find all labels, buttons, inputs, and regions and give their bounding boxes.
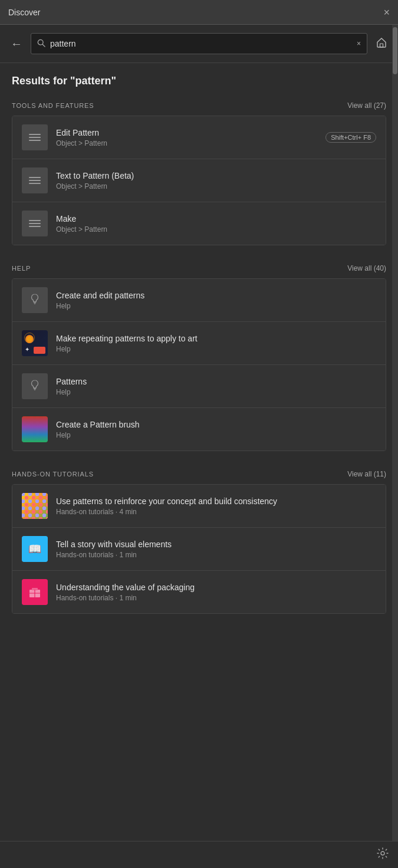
make-repeating-text: Make repeating patterns to apply to art … bbox=[56, 334, 376, 353]
packaging-thumb-image bbox=[22, 579, 48, 605]
pattern-brush-text: Create a Pattern brush Help bbox=[56, 420, 376, 439]
make-repeating-thumbnail: ✦ bbox=[22, 330, 48, 356]
edit-pattern-text: Edit Pattern Object > Pattern bbox=[56, 128, 317, 147]
reinforce-title: Use patterns to reinforce your concept a… bbox=[56, 497, 376, 506]
packaging-text: Understanding the value of packaging Han… bbox=[56, 583, 376, 602]
lines-icon bbox=[29, 220, 41, 227]
list-item[interactable]: Understanding the value of packaging Han… bbox=[12, 571, 386, 613]
tutorials-view-all[interactable]: View all (11) bbox=[347, 470, 386, 478]
text-to-pattern-title: Text to Pattern (Beta) bbox=[56, 171, 376, 180]
tutorials-card-group: Use patterns to reinforce your concept a… bbox=[12, 484, 386, 614]
scrollbar-track[interactable] bbox=[392, 25, 398, 841]
tutorials-section-label: HANDS-ON TUTORIALS bbox=[12, 471, 94, 478]
reinforce-thumbnail bbox=[22, 493, 48, 519]
story-title: Tell a story with visual elements bbox=[56, 540, 376, 549]
search-clear-button[interactable]: × bbox=[357, 40, 361, 48]
pattern-brush-title: Create a Pattern brush bbox=[56, 420, 376, 429]
settings-gear-icon[interactable] bbox=[377, 847, 389, 862]
tools-view-all[interactable]: View all (27) bbox=[347, 101, 386, 110]
tools-section-label: TOOLS AND FEATURES bbox=[12, 102, 94, 109]
text-to-pattern-text: Text to Pattern (Beta) Object > Pattern bbox=[56, 171, 376, 190]
title-bar: Discover × bbox=[0, 0, 398, 25]
text-to-pattern-icon bbox=[22, 167, 48, 193]
packaging-thumbnail bbox=[22, 579, 48, 605]
lines-icon bbox=[29, 134, 41, 141]
bottom-bar bbox=[0, 841, 398, 868]
text-to-pattern-subtitle: Object > Pattern bbox=[56, 182, 376, 190]
lightbulb-icon bbox=[28, 379, 41, 394]
create-edit-patterns-title: Create and edit patterns bbox=[56, 291, 376, 300]
story-text: Tell a story with visual elements Hands-… bbox=[56, 540, 376, 559]
list-item[interactable]: Create and edit patterns Help bbox=[12, 279, 386, 322]
search-area: ← pattern × bbox=[0, 25, 398, 63]
story-thumb-image: 📖 bbox=[22, 536, 48, 562]
back-button[interactable]: ← bbox=[8, 35, 25, 52]
help-card-group: Create and edit patterns Help ✦ Make rep… bbox=[12, 278, 386, 451]
tools-section-header: TOOLS AND FEATURES View all (27) bbox=[12, 101, 386, 110]
main-content: Results for "pattern" TOOLS AND FEATURES… bbox=[0, 63, 398, 668]
edit-pattern-icon bbox=[22, 124, 48, 150]
patterns-text: Patterns Help bbox=[56, 377, 376, 396]
search-value[interactable]: pattern bbox=[50, 39, 352, 48]
create-edit-patterns-icon bbox=[22, 287, 48, 313]
packaging-subtitle: Hands-on tutorials · 1 min bbox=[56, 594, 376, 602]
search-box: pattern × bbox=[31, 33, 367, 54]
reinforce-subtitle: Hands-on tutorials · 4 min bbox=[56, 508, 376, 516]
lightbulb-icon bbox=[28, 292, 41, 308]
list-item[interactable]: Create a Pattern brush Help bbox=[12, 408, 386, 451]
patterns-subtitle: Help bbox=[56, 388, 376, 396]
help-section-header: HELP View all (40) bbox=[12, 264, 386, 272]
svg-rect-2 bbox=[380, 44, 383, 47]
pattern-brush-thumbnail bbox=[22, 416, 48, 442]
scrollbar-thumb[interactable] bbox=[393, 27, 397, 74]
help-section-label: HELP bbox=[12, 265, 31, 272]
story-subtitle: Hands-on tutorials · 1 min bbox=[56, 551, 376, 559]
list-item[interactable]: 📖 Tell a story with visual elements Hand… bbox=[12, 528, 386, 571]
list-item[interactable]: Patterns Help bbox=[12, 365, 386, 408]
make-text: Make Object > Pattern bbox=[56, 214, 376, 234]
search-icon bbox=[37, 39, 45, 49]
list-item[interactable]: Use patterns to reinforce your concept a… bbox=[12, 485, 386, 528]
reinforce-thumb-image bbox=[22, 493, 48, 519]
make-title: Make bbox=[56, 214, 376, 223]
app-title: Discover bbox=[8, 8, 40, 17]
make-subtitle: Object > Pattern bbox=[56, 225, 376, 234]
tutorials-section-header: HANDS-ON TUTORIALS View all (11) bbox=[12, 470, 386, 478]
create-edit-patterns-subtitle: Help bbox=[56, 302, 376, 310]
results-heading: Results for "pattern" bbox=[12, 75, 386, 87]
list-item[interactable]: Edit Pattern Object > Pattern Shift+Ctrl… bbox=[12, 116, 386, 159]
packaging-title: Understanding the value of packaging bbox=[56, 583, 376, 592]
svg-point-13 bbox=[381, 851, 384, 855]
svg-line-1 bbox=[42, 44, 45, 47]
help-view-all[interactable]: View all (40) bbox=[347, 264, 386, 272]
edit-pattern-title: Edit Pattern bbox=[56, 128, 317, 137]
create-edit-patterns-text: Create and edit patterns Help bbox=[56, 291, 376, 310]
list-item[interactable]: ✦ Make repeating patterns to apply to ar… bbox=[12, 322, 386, 365]
brush-thumb-image bbox=[22, 416, 48, 442]
list-item[interactable]: Make Object > Pattern bbox=[12, 202, 386, 245]
reinforce-text: Use patterns to reinforce your concept a… bbox=[56, 497, 376, 516]
tools-card-group: Edit Pattern Object > Pattern Shift+Ctrl… bbox=[12, 116, 386, 245]
lines-icon bbox=[29, 177, 41, 184]
close-button[interactable]: × bbox=[383, 7, 390, 18]
pattern-brush-subtitle: Help bbox=[56, 431, 376, 439]
make-icon bbox=[22, 211, 48, 236]
story-thumbnail: 📖 bbox=[22, 536, 48, 562]
edit-pattern-shortcut: Shift+Ctrl+ F8 bbox=[325, 132, 376, 143]
patterns-icon bbox=[22, 373, 48, 399]
home-button[interactable] bbox=[373, 34, 390, 54]
make-repeating-title: Make repeating patterns to apply to art bbox=[56, 334, 376, 343]
edit-pattern-subtitle: Object > Pattern bbox=[56, 139, 317, 147]
patterns-title: Patterns bbox=[56, 377, 376, 386]
list-item[interactable]: Text to Pattern (Beta) Object > Pattern bbox=[12, 159, 386, 202]
make-repeating-subtitle: Help bbox=[56, 345, 376, 353]
